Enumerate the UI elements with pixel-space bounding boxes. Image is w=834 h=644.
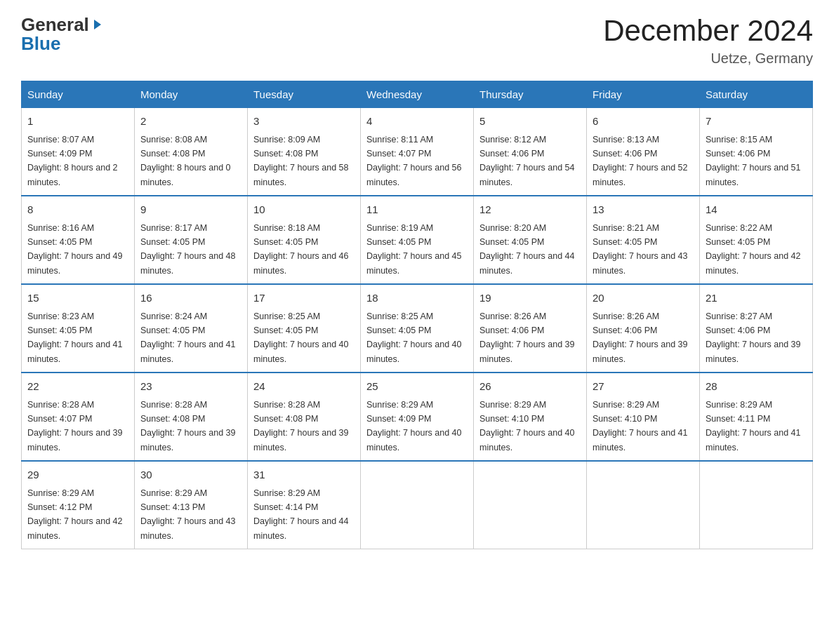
day-info: Sunrise: 8:29 AMSunset: 4:12 PMDaylight:…	[27, 488, 123, 541]
day-info: Sunrise: 8:17 AMSunset: 4:05 PMDaylight:…	[140, 223, 236, 276]
col-saturday: Saturday	[700, 81, 813, 108]
day-number: 15	[27, 290, 128, 307]
calendar-cell: 10 Sunrise: 8:18 AMSunset: 4:05 PMDaylig…	[248, 196, 361, 284]
col-tuesday: Tuesday	[248, 81, 361, 108]
day-info: Sunrise: 8:29 AMSunset: 4:11 PMDaylight:…	[706, 400, 801, 452]
calendar-cell	[700, 461, 813, 549]
calendar-header-row: Sunday Monday Tuesday Wednesday Thursday…	[22, 81, 813, 108]
day-number: 25	[366, 379, 468, 395]
day-number: 13	[593, 202, 694, 218]
calendar-cell: 3 Sunrise: 8:09 AMSunset: 4:08 PMDayligh…	[248, 108, 361, 196]
day-info: Sunrise: 8:22 AMSunset: 4:05 PMDaylight:…	[706, 223, 801, 276]
calendar-cell: 15 Sunrise: 8:23 AMSunset: 4:05 PMDaylig…	[22, 284, 135, 373]
calendar-cell: 27 Sunrise: 8:29 AMSunset: 4:10 PMDaylig…	[587, 373, 700, 461]
day-info: Sunrise: 8:28 AMSunset: 4:08 PMDaylight:…	[253, 400, 349, 452]
day-number: 23	[140, 379, 241, 395]
col-wednesday: Wednesday	[361, 81, 474, 108]
title-block: December 2024 Uetze, Germany	[603, 14, 813, 67]
calendar-cell: 2 Sunrise: 8:08 AMSunset: 4:08 PMDayligh…	[135, 108, 248, 196]
calendar-cell: 1 Sunrise: 8:07 AMSunset: 4:09 PMDayligh…	[22, 108, 135, 196]
day-number: 14	[706, 202, 807, 218]
day-info: Sunrise: 8:12 AMSunset: 4:06 PMDaylight:…	[479, 135, 575, 187]
day-info: Sunrise: 8:28 AMSunset: 4:08 PMDaylight:…	[140, 400, 236, 452]
calendar-cell: 12 Sunrise: 8:20 AMSunset: 4:05 PMDaylig…	[474, 196, 587, 284]
day-info: Sunrise: 8:26 AMSunset: 4:06 PMDaylight:…	[593, 311, 688, 364]
day-number: 22	[27, 379, 128, 395]
calendar-week-row: 15 Sunrise: 8:23 AMSunset: 4:05 PMDaylig…	[22, 284, 813, 373]
day-number: 20	[593, 290, 694, 307]
logo-blue-text: Blue	[21, 33, 60, 55]
day-info: Sunrise: 8:29 AMSunset: 4:14 PMDaylight:…	[253, 488, 349, 541]
day-info: Sunrise: 8:08 AMSunset: 4:08 PMDaylight:…	[140, 135, 231, 187]
calendar-cell: 5 Sunrise: 8:12 AMSunset: 4:06 PMDayligh…	[474, 108, 587, 196]
day-info: Sunrise: 8:18 AMSunset: 4:05 PMDaylight:…	[253, 223, 349, 276]
day-number: 6	[593, 114, 694, 130]
page-header: General Blue December 2024 Uetze, German…	[21, 14, 813, 67]
day-number: 2	[140, 114, 241, 130]
day-number: 31	[253, 467, 355, 483]
day-number: 28	[706, 379, 807, 395]
calendar-week-row: 1 Sunrise: 8:07 AMSunset: 4:09 PMDayligh…	[22, 108, 813, 196]
day-number: 5	[479, 114, 581, 130]
day-info: Sunrise: 8:25 AMSunset: 4:05 PMDaylight:…	[366, 311, 462, 364]
day-info: Sunrise: 8:13 AMSunset: 4:06 PMDaylight:…	[593, 135, 688, 187]
calendar-cell: 18 Sunrise: 8:25 AMSunset: 4:05 PMDaylig…	[361, 284, 474, 373]
calendar-cell: 19 Sunrise: 8:26 AMSunset: 4:06 PMDaylig…	[474, 284, 587, 373]
day-info: Sunrise: 8:28 AMSunset: 4:07 PMDaylight:…	[27, 400, 123, 452]
calendar-cell: 26 Sunrise: 8:29 AMSunset: 4:10 PMDaylig…	[474, 373, 587, 461]
svg-marker-0	[94, 20, 101, 29]
calendar-cell	[361, 461, 474, 549]
calendar-cell: 11 Sunrise: 8:19 AMSunset: 4:05 PMDaylig…	[361, 196, 474, 284]
calendar-cell: 29 Sunrise: 8:29 AMSunset: 4:12 PMDaylig…	[22, 461, 135, 549]
calendar-cell: 13 Sunrise: 8:21 AMSunset: 4:05 PMDaylig…	[587, 196, 700, 284]
calendar-cell: 25 Sunrise: 8:29 AMSunset: 4:09 PMDaylig…	[361, 373, 474, 461]
location-title: Uetze, Germany	[603, 51, 813, 67]
day-number: 24	[253, 379, 355, 395]
calendar-cell: 24 Sunrise: 8:28 AMSunset: 4:08 PMDaylig…	[248, 373, 361, 461]
day-number: 7	[706, 114, 807, 130]
day-number: 4	[366, 114, 468, 130]
calendar-week-row: 22 Sunrise: 8:28 AMSunset: 4:07 PMDaylig…	[22, 373, 813, 461]
day-number: 21	[706, 290, 807, 307]
col-monday: Monday	[135, 81, 248, 108]
day-number: 3	[253, 114, 355, 130]
calendar-cell: 8 Sunrise: 8:16 AMSunset: 4:05 PMDayligh…	[22, 196, 135, 284]
day-number: 29	[27, 467, 128, 483]
day-info: Sunrise: 8:25 AMSunset: 4:05 PMDaylight:…	[253, 311, 349, 364]
day-number: 30	[140, 467, 241, 483]
calendar-cell: 21 Sunrise: 8:27 AMSunset: 4:06 PMDaylig…	[700, 284, 813, 373]
calendar-table: Sunday Monday Tuesday Wednesday Thursday…	[21, 81, 813, 549]
day-info: Sunrise: 8:16 AMSunset: 4:05 PMDaylight:…	[27, 223, 123, 276]
day-info: Sunrise: 8:19 AMSunset: 4:05 PMDaylight:…	[366, 223, 462, 276]
calendar-cell: 30 Sunrise: 8:29 AMSunset: 4:13 PMDaylig…	[135, 461, 248, 549]
calendar-cell: 23 Sunrise: 8:28 AMSunset: 4:08 PMDaylig…	[135, 373, 248, 461]
calendar-cell: 9 Sunrise: 8:17 AMSunset: 4:05 PMDayligh…	[135, 196, 248, 284]
day-info: Sunrise: 8:15 AMSunset: 4:06 PMDaylight:…	[706, 135, 801, 187]
calendar-cell	[587, 461, 700, 549]
col-sunday: Sunday	[22, 81, 135, 108]
calendar-cell: 28 Sunrise: 8:29 AMSunset: 4:11 PMDaylig…	[700, 373, 813, 461]
logo-arrow-icon	[91, 18, 104, 34]
calendar-cell: 16 Sunrise: 8:24 AMSunset: 4:05 PMDaylig…	[135, 284, 248, 373]
day-number: 18	[366, 290, 468, 307]
month-title: December 2024	[603, 14, 813, 48]
day-info: Sunrise: 8:09 AMSunset: 4:08 PMDaylight:…	[253, 135, 349, 187]
day-info: Sunrise: 8:27 AMSunset: 4:06 PMDaylight:…	[706, 311, 801, 364]
day-number: 26	[479, 379, 581, 395]
calendar-cell: 4 Sunrise: 8:11 AMSunset: 4:07 PMDayligh…	[361, 108, 474, 196]
day-number: 1	[27, 114, 128, 130]
col-friday: Friday	[587, 81, 700, 108]
day-info: Sunrise: 8:29 AMSunset: 4:09 PMDaylight:…	[366, 400, 462, 452]
day-number: 27	[593, 379, 694, 395]
day-number: 8	[27, 202, 128, 218]
day-number: 11	[366, 202, 468, 218]
calendar-cell: 6 Sunrise: 8:13 AMSunset: 4:06 PMDayligh…	[587, 108, 700, 196]
logo: General Blue	[21, 14, 104, 55]
day-number: 17	[253, 290, 355, 307]
day-info: Sunrise: 8:21 AMSunset: 4:05 PMDaylight:…	[593, 223, 688, 276]
day-number: 19	[479, 290, 581, 307]
day-info: Sunrise: 8:23 AMSunset: 4:05 PMDaylight:…	[27, 311, 123, 364]
calendar-cell: 31 Sunrise: 8:29 AMSunset: 4:14 PMDaylig…	[248, 461, 361, 549]
day-info: Sunrise: 8:11 AMSunset: 4:07 PMDaylight:…	[366, 135, 462, 187]
day-info: Sunrise: 8:24 AMSunset: 4:05 PMDaylight:…	[140, 311, 236, 364]
